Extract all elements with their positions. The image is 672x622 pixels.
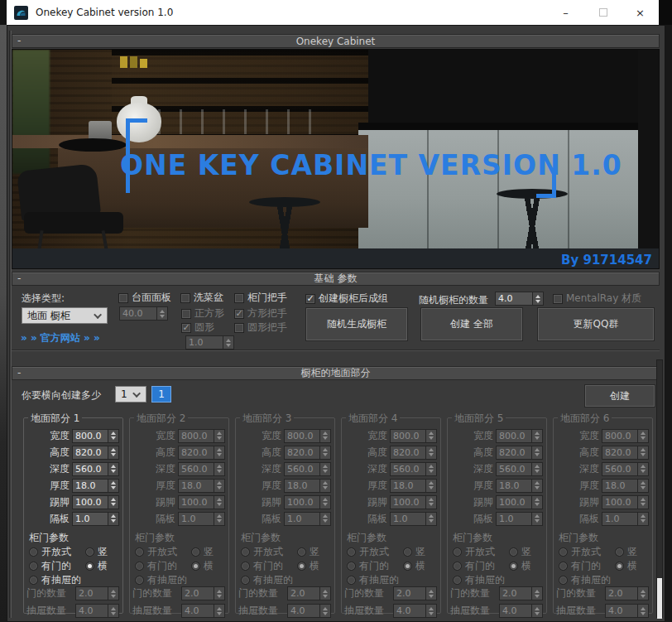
spinner-down-icon: [160, 315, 165, 318]
height-row: 高度 820.0: [130, 444, 228, 460]
spinner-value: 820.0: [496, 446, 532, 460]
spinner-up-icon: [429, 498, 434, 501]
spinner-value: 18.0: [72, 479, 108, 493]
spinner-up-icon: [641, 448, 646, 451]
with-drawer-radio: 有抽屉的: [559, 573, 611, 587]
official-website-link[interactable]: » » 官方网站 » »: [21, 331, 100, 345]
spinner-value: 1.0: [496, 512, 532, 526]
round-checkbox: ✓ 圆形: [181, 321, 214, 335]
drawer-count-label: 抽屉数量: [26, 604, 66, 618]
drawer-count-row: 抽屉数量 4.0: [556, 604, 649, 618]
sink-checkbox[interactable]: ✓ 洗菜盆: [180, 291, 223, 305]
with-drawer-radio[interactable]: 有抽屉的: [29, 573, 81, 587]
close-button[interactable]: ×: [622, 0, 659, 25]
rollout-header-floor[interactable]: - 橱柜的地面部分: [12, 366, 660, 380]
update-qq-button[interactable]: 更新QQ群: [537, 307, 655, 341]
random-count-spinner[interactable]: 4.0: [495, 292, 544, 306]
kickboard-spinner[interactable]: 100.0: [72, 495, 119, 509]
scrollbar-thumb[interactable]: [657, 578, 662, 619]
with-door-radio[interactable]: 有门的: [29, 559, 71, 573]
rollout-title: Onekey Cabinet: [12, 36, 659, 47]
door-count-spinner: 2.0: [75, 586, 119, 600]
create-all-button[interactable]: 创建 全部: [420, 307, 523, 341]
door-handle-checkbox[interactable]: ✓ 柜门把手: [234, 291, 287, 305]
spinner-up-icon: [535, 432, 540, 435]
spinner-up-icon: [429, 607, 434, 610]
horizontal-radio: 横: [403, 559, 425, 573]
count-dropdown[interactable]: 1: [115, 386, 146, 403]
vertical-radio[interactable]: 竖: [85, 545, 108, 559]
thickness-spinner[interactable]: 18.0: [72, 479, 119, 493]
spinner-arrows[interactable]: [108, 446, 119, 460]
spinner-arrows[interactable]: [108, 429, 119, 443]
spinner-arrows[interactable]: [533, 292, 544, 306]
spinner-arrows[interactable]: [108, 479, 119, 493]
radio-label: 有门的: [359, 559, 389, 573]
spinner-down-icon: [217, 503, 222, 506]
width-label: 宽度: [579, 429, 599, 443]
floor-section-groupbox: 地面部分 5 宽度 800.0 高度 820.0 深度 560.0 厚度 18.…: [447, 417, 547, 614]
dimension-rows: 宽度 800.0 高度 820.0 深度 560.0 厚度 18.0 踢脚 10…: [130, 427, 228, 527]
height-spinner: 820.0: [178, 446, 225, 460]
rollout-header-basic[interactable]: - 基础 参数: [12, 272, 660, 286]
spinner-arrows: [638, 586, 649, 600]
kickboard-spinner: 100.0: [602, 495, 649, 509]
shelf-spinner[interactable]: 1.0: [72, 512, 119, 526]
spinner-arrows: [426, 512, 437, 526]
radio-label: 横: [98, 559, 108, 573]
depth-spinner[interactable]: 560.0: [72, 462, 119, 476]
radio-label: 横: [627, 559, 637, 573]
countertop-checkbox[interactable]: ✓ 台面面板: [118, 291, 171, 305]
spinner-arrows: [532, 495, 543, 509]
radio-label: 竖: [521, 545, 531, 559]
spinner-value: 18.0: [284, 479, 320, 493]
cabinet-type-dropdown[interactable]: 地面 橱柜: [22, 307, 108, 324]
spinner-down-icon: [111, 612, 116, 615]
radio-label: 有门的: [147, 559, 177, 573]
create-button[interactable]: 创建: [584, 384, 655, 407]
door-count-spinner: 2.0: [393, 586, 437, 600]
spinner-up-icon: [323, 481, 328, 485]
door-count-row: 门的数量 2.0: [132, 586, 225, 600]
count-toggle-button[interactable]: 1: [151, 386, 171, 403]
width-spinner[interactable]: 800.0: [72, 429, 119, 443]
radio-label: 竖: [204, 545, 214, 559]
vertical-radio: 竖: [191, 545, 214, 559]
spinner-arrows: [532, 462, 543, 476]
spinner-value: 2.0: [181, 586, 214, 600]
group-after-create-checkbox[interactable]: ✓ 创建橱柜后成组: [305, 292, 388, 306]
spinner-value: 100.0: [284, 495, 320, 509]
spinner-value: 800.0: [72, 429, 108, 443]
spinner-arrows[interactable]: [108, 495, 119, 509]
door-count-label: 门的数量: [132, 586, 172, 600]
spinner-value: 820.0: [284, 446, 320, 460]
height-spinner[interactable]: 820.0: [72, 446, 119, 460]
height-spinner: 820.0: [602, 446, 649, 460]
minimize-button[interactable]: –: [547, 0, 584, 25]
spinner-arrows[interactable]: [108, 462, 119, 476]
width-row: 宽度 800.0: [342, 427, 440, 444]
door-params-label: 柜门参数: [135, 531, 175, 545]
horizontal-radio[interactable]: 横: [85, 559, 108, 573]
spinner-arrows: [638, 446, 649, 460]
chevron-down-icon: [132, 389, 141, 398]
depth-label: 深度: [579, 462, 599, 476]
spinner-down-icon: [429, 486, 434, 489]
spinner-value: 800.0: [602, 429, 638, 443]
thickness-spinner: 18.0: [602, 479, 649, 493]
radio-circle: [241, 576, 250, 585]
shelf-label: 隔板: [473, 512, 493, 526]
depth-row: 深度 560.0: [236, 460, 334, 477]
width-spinner: 800.0: [390, 429, 437, 443]
spinner-down-icon: [111, 503, 116, 506]
open-style-radio[interactable]: 开放式: [29, 545, 71, 559]
rollout-header-banner[interactable]: - Onekey Cabinet: [12, 34, 660, 48]
height-spinner: 820.0: [390, 446, 437, 460]
random-generate-button[interactable]: 随机生成橱柜: [305, 307, 408, 341]
width-row: 宽度 800.0: [236, 427, 334, 444]
dropdown-value: 1: [121, 388, 127, 400]
spinner-arrows: [532, 604, 543, 618]
spinner-arrows[interactable]: [108, 512, 119, 526]
round-size-spinner: 1.0: [185, 335, 234, 350]
drawer-count-row: 抽屉数量 4.0: [26, 604, 119, 618]
